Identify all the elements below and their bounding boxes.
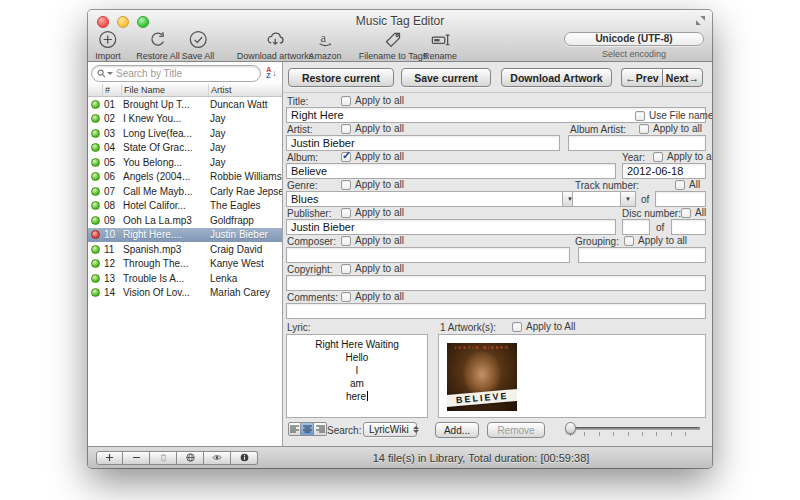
align-center-button[interactable] — [301, 422, 314, 436]
file-number: 02 — [102, 113, 121, 124]
track-all-checkbox[interactable] — [675, 180, 685, 190]
slider-thumb[interactable] — [565, 422, 576, 434]
comments-apply-checkbox[interactable] — [341, 292, 351, 302]
copyright-input[interactable] — [286, 275, 706, 291]
info-button[interactable] — [231, 451, 258, 465]
trash-icon — [158, 452, 169, 463]
web-button[interactable] — [177, 451, 204, 465]
prev-button[interactable]: ←Prev — [621, 68, 662, 87]
table-row[interactable]: 14 Vision Of Lov... Mariah Carey — [88, 286, 282, 301]
publisher-input[interactable] — [286, 219, 616, 235]
table-row[interactable]: 13 Trouble Is A... Lenka — [88, 271, 282, 286]
composer-apply-checkbox[interactable] — [341, 236, 351, 246]
apply-to-all-label: Apply to all — [355, 235, 404, 246]
track-number-input[interactable] — [573, 192, 620, 206]
remove-file-button[interactable] — [123, 451, 150, 465]
artwork-size-slider[interactable] — [565, 422, 700, 438]
sort-az-icon[interactable]: AZ ↓ — [263, 67, 280, 79]
disc-total-input[interactable] — [671, 219, 706, 235]
comments-input[interactable] — [286, 303, 706, 319]
table-header[interactable]: # File Name Artist — [88, 84, 282, 97]
table-row[interactable]: 11 Spanish.mp3 Craig David — [88, 242, 282, 257]
grouping-apply-checkbox[interactable] — [624, 236, 634, 246]
lyric-textarea[interactable]: Right Here Waiting Hello I am here — [286, 334, 428, 418]
download-artwork-button[interactable]: Download Artwork — [501, 68, 612, 87]
encoding-select[interactable]: Unicode (UTF-8) — [564, 32, 704, 46]
disc-number-input[interactable] — [622, 219, 650, 235]
status-dot-icon — [88, 100, 102, 109]
table-row[interactable]: 02 I Knew You... Jay — [88, 112, 282, 127]
search-scope-chevron-icon[interactable] — [107, 72, 113, 75]
album-artist-input[interactable] — [568, 135, 706, 151]
file-rows: 01 Brought Up T... Duncan Watt 02 I Knew… — [88, 97, 282, 446]
minus-icon — [131, 452, 142, 463]
table-row[interactable]: 08 Hotel Califor... The Eagles — [88, 199, 282, 214]
save-current-button[interactable]: Save current — [401, 68, 491, 87]
album-input[interactable] — [286, 163, 616, 179]
artwork-apply-checkbox[interactable] — [512, 322, 522, 332]
table-row[interactable]: 03 Long Live(fea... Jay — [88, 126, 282, 141]
table-row[interactable]: 06 Angels (2004... Robbie Williams — [88, 170, 282, 185]
table-row[interactable]: 10 Right Here.... Justin Bieber — [88, 228, 282, 243]
grouping-input[interactable] — [578, 247, 706, 263]
album-cover-image[interactable]: JUSTIN BIEBER BELIEVE — [447, 343, 517, 411]
track-total-input[interactable] — [655, 191, 706, 207]
align-left-button[interactable] — [288, 422, 301, 436]
next-button[interactable]: Next→ — [662, 68, 703, 87]
restore-current-button[interactable]: Restore current — [288, 68, 394, 87]
add-artwork-button[interactable]: Add... — [435, 422, 479, 438]
preview-button[interactable] — [204, 451, 231, 465]
artist-input[interactable] — [286, 135, 560, 151]
year-apply-checkbox[interactable] — [653, 152, 663, 162]
genre-input[interactable] — [287, 192, 562, 206]
year-input[interactable] — [622, 163, 706, 179]
cover-title-text: BELIEVE — [447, 389, 517, 408]
disc-all-checkbox[interactable] — [681, 208, 691, 218]
use-file-name-checkbox[interactable] — [635, 111, 645, 121]
track-chevron-down-icon[interactable]: ▼ — [620, 192, 635, 206]
import-icon — [97, 29, 118, 50]
toolbar-import[interactable]: Import — [95, 29, 121, 61]
toolbar-rename[interactable]: Rename — [423, 29, 457, 61]
toolbar-save-all[interactable]: Save All — [182, 29, 215, 61]
slider-track[interactable] — [565, 427, 700, 430]
table-row[interactable]: 05 You Belong... Jay — [88, 155, 282, 170]
apply-to-all-label: Apply to all — [355, 151, 404, 162]
delete-button[interactable] — [150, 451, 177, 465]
title-apply-checkbox[interactable] — [341, 96, 351, 106]
eye-icon — [211, 452, 223, 463]
table-row[interactable]: 12 Through The... Kanye West — [88, 257, 282, 272]
album-artist-label: Album Artist: — [570, 124, 626, 135]
column-status[interactable] — [88, 84, 102, 96]
add-file-button[interactable] — [96, 451, 123, 465]
copyright-apply-checkbox[interactable] — [341, 264, 351, 274]
toolbar-filename-to-tags[interactable]: Filename to Tags — [359, 29, 427, 61]
column-number[interactable]: # — [102, 84, 121, 96]
track-number-select[interactable]: ▼ — [572, 191, 636, 207]
file-name: Ooh La La.mp3 — [121, 215, 208, 226]
composer-input[interactable] — [286, 247, 570, 263]
artist-apply-checkbox[interactable] — [341, 124, 351, 134]
genre-select[interactable]: ▼ — [286, 191, 578, 207]
search-field[interactable] — [91, 65, 261, 82]
search-engine-select[interactable]: LyricWiki — [363, 422, 417, 437]
column-file-name[interactable]: File Name — [121, 84, 208, 96]
album-artist-apply-checkbox[interactable] — [639, 124, 649, 134]
toolbar-download-artworks[interactable]: Download artworks — [237, 29, 314, 61]
album-apply-checkbox[interactable] — [341, 152, 351, 162]
align-right-button[interactable] — [314, 422, 327, 436]
fullscreen-icon[interactable] — [695, 15, 706, 26]
remove-artwork-button[interactable]: Remove — [487, 422, 545, 438]
genre-apply-checkbox[interactable] — [341, 180, 351, 190]
cover-artist-text: JUSTIN BIEBER — [447, 345, 517, 350]
table-row[interactable]: 07 Call Me Mayb... Carly Rae Jepsen — [88, 184, 282, 199]
table-row[interactable]: 04 State Of Grac... Jay — [88, 141, 282, 156]
column-artist[interactable]: Artist — [208, 84, 282, 96]
toolbar-amazon[interactable]: a Amazon — [308, 29, 341, 61]
toolbar-restore-all[interactable]: Restore All — [136, 29, 180, 61]
table-row[interactable]: 09 Ooh La La.mp3 Goldfrapp — [88, 213, 282, 228]
publisher-apply-checkbox[interactable] — [341, 208, 351, 218]
restore-all-icon — [148, 29, 169, 50]
table-row[interactable]: 01 Brought Up T... Duncan Watt — [88, 97, 282, 112]
search-input[interactable] — [116, 68, 255, 79]
